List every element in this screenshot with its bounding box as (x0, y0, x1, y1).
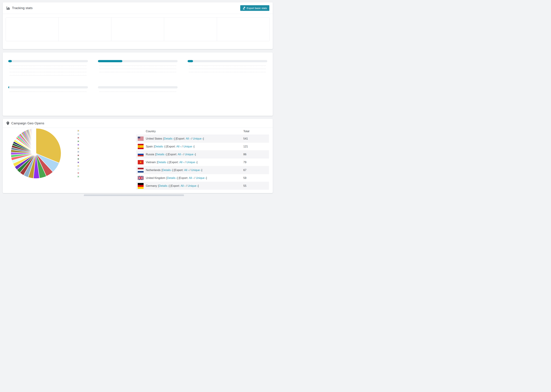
progress-bar-track (98, 60, 178, 62)
export-unique-link[interactable]: Unique › (183, 145, 194, 148)
country-name: Vietnam (146, 161, 156, 164)
details-link[interactable]: Details › (162, 169, 172, 172)
country-name: Spain (146, 145, 153, 148)
export-all-link[interactable]: All › (184, 169, 189, 172)
legend-color-swatch (77, 144, 79, 146)
bracket: ] [ (165, 145, 167, 148)
country-total: 86 (243, 153, 269, 156)
rate-block-bounce-rate (188, 58, 267, 77)
slash: / (194, 176, 196, 180)
horizontal-scrollbar[interactable] (84, 194, 184, 196)
export-basic-stats-button[interactable]: Export basic stats (240, 5, 269, 11)
dotted-leader (189, 65, 266, 66)
rate-row (98, 64, 178, 68)
rate-row (98, 68, 178, 71)
map-pin-icon (6, 121, 9, 125)
export-prefix: Export: (168, 153, 177, 156)
geo-opens-pie-chart (10, 128, 62, 179)
slash: / (185, 184, 188, 188)
details-link[interactable]: Details › (159, 184, 169, 188)
export-unique-link[interactable]: Unique › (186, 161, 197, 164)
legend-item-canada (77, 164, 129, 168)
vn-flag-icon (138, 160, 144, 164)
bracket: ] (206, 176, 207, 180)
geo-country-table: Country Total United States [Details ›] … (136, 128, 269, 190)
country-name: United Kingdom (146, 176, 165, 180)
tracking-stats-card: Tracking stats Export basic stats (3, 2, 273, 49)
table-row-gb: United Kingdom [Details ›] [Export: All … (136, 174, 269, 182)
export-unique-link[interactable]: Unique › (188, 184, 198, 188)
slash: / (181, 145, 183, 148)
legend-color-swatch (77, 154, 79, 156)
country-name: Germany (146, 184, 157, 188)
table-row-ru: Russia [Details ›] [Export: All › / Uniq… (136, 150, 269, 158)
legend-item-united-states (77, 129, 129, 133)
legend-item-brazil (77, 171, 129, 175)
export-prefix: Export: (170, 161, 179, 164)
details-link[interactable]: Details › (164, 137, 174, 140)
bracket: ] [ (172, 169, 175, 172)
legend-color-swatch (77, 168, 79, 170)
geo-table-header: Country Total (136, 128, 269, 135)
details-link[interactable]: Details › (167, 176, 177, 180)
progress-bar-fill (188, 60, 193, 62)
details-link[interactable]: Details › (155, 145, 165, 148)
export-all-link[interactable]: All › (177, 145, 181, 148)
geo-content: Country Total United States [Details ›] … (3, 128, 273, 190)
legend-item-france (77, 161, 129, 164)
bracket: ] [ (177, 176, 179, 180)
dotted-leader (99, 65, 176, 66)
rate-row (188, 71, 267, 74)
export-all-link[interactable]: All › (181, 184, 185, 188)
export-unique-link[interactable]: Unique › (185, 153, 195, 156)
legend-item-india (77, 157, 129, 161)
bracket: ] [ (168, 161, 170, 164)
export-unique-link[interactable]: Unique › (196, 176, 206, 180)
export-all-link[interactable]: All › (189, 176, 194, 180)
details-link[interactable]: Details › (156, 153, 166, 156)
slash: / (182, 153, 185, 156)
legend-item-united-kingdom (77, 147, 129, 150)
table-row-vn: Vietnam [Details ›] [Export: All › / Uni… (136, 158, 269, 166)
export-prefix: Export: (179, 176, 188, 180)
country-name: United States (146, 137, 162, 140)
bracket: ] (195, 153, 196, 156)
legend-item-germany (77, 150, 129, 154)
legend-color-swatch (77, 147, 79, 149)
summary-stat-unsubscribes (111, 17, 164, 41)
export-all-link[interactable]: All › (178, 153, 183, 156)
pie-legend (77, 129, 129, 190)
export-unique-link[interactable]: Unique › (191, 169, 201, 172)
progress-bar-track (8, 60, 88, 62)
export-all-link[interactable]: All › (179, 161, 184, 164)
slash: / (191, 137, 193, 140)
progress-bar-fill (8, 60, 12, 62)
dotted-leader (189, 69, 266, 69)
summary-stats-row (6, 17, 270, 41)
rate-row (8, 74, 88, 77)
legend-item-russia (77, 136, 129, 140)
legend-color-swatch (77, 158, 79, 160)
bracket: ] [ (166, 153, 168, 156)
country-name: Russia (146, 153, 154, 156)
slash: / (184, 161, 186, 164)
progress-bar-track (98, 86, 178, 88)
country-name: Netherlands (146, 169, 161, 172)
nl-flag-icon (138, 168, 144, 173)
export-all-link[interactable]: All › (186, 137, 191, 140)
country-total: 59 (243, 176, 269, 180)
details-link[interactable]: Details › (158, 161, 168, 164)
export-button-label: Export basic stats (247, 7, 267, 10)
legend-color-swatch (77, 140, 79, 142)
geo-section-title: Campaign Geo Opens (11, 121, 44, 125)
export-icon (243, 7, 245, 9)
export-unique-link[interactable]: Unique › (193, 137, 203, 140)
export-prefix: Export: (171, 184, 180, 188)
rate-row (98, 71, 178, 74)
bracket: ] (201, 169, 202, 172)
summary-stat-opens (6, 17, 58, 41)
legend-color-swatch (77, 151, 79, 153)
rate-block-clicks-rate (8, 58, 88, 77)
pie-slice-other-63 (36, 128, 36, 154)
bracket: ] (194, 145, 194, 148)
